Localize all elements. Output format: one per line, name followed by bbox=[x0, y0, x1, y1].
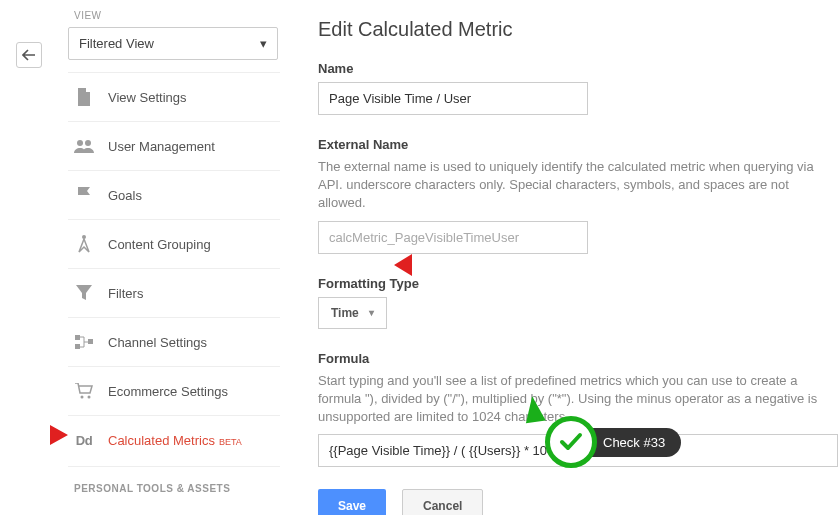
dd-icon: Dd bbox=[74, 430, 94, 450]
svg-point-0 bbox=[77, 140, 83, 146]
sidebar-item-channel-settings[interactable]: Channel Settings bbox=[68, 317, 280, 366]
svg-rect-4 bbox=[75, 344, 80, 349]
flag-icon bbox=[74, 185, 94, 205]
sidebar-item-label: Calculated MetricsBETA bbox=[108, 433, 242, 448]
sidebar-item-content-grouping[interactable]: Content Grouping bbox=[68, 219, 280, 268]
sidebar-item-label: Ecommerce Settings bbox=[108, 384, 228, 399]
sidebar-item-label: Goals bbox=[108, 188, 142, 203]
users-icon bbox=[74, 136, 94, 156]
check-badge: Check #33 bbox=[545, 416, 681, 468]
sidebar-item-user-management[interactable]: User Management bbox=[68, 121, 280, 170]
external-name-label: External Name bbox=[318, 137, 838, 152]
sidebar-item-label: Content Grouping bbox=[108, 237, 211, 252]
flow-icon bbox=[74, 332, 94, 352]
caret-down-icon: ▾ bbox=[260, 36, 267, 51]
document-icon bbox=[74, 87, 94, 107]
caret-down-icon: ▾ bbox=[369, 307, 374, 318]
svg-point-6 bbox=[81, 396, 84, 399]
name-input[interactable] bbox=[318, 82, 588, 115]
formatting-type-value: Time bbox=[331, 306, 359, 320]
svg-rect-3 bbox=[75, 335, 80, 340]
view-section-label: VIEW bbox=[68, 10, 280, 21]
view-dropdown-value: Filtered View bbox=[79, 36, 154, 51]
annotation-arrow bbox=[394, 248, 464, 282]
sidebar-item-view-settings[interactable]: View Settings bbox=[68, 72, 280, 121]
beta-badge: BETA bbox=[219, 437, 242, 447]
sidebar-item-label: Filters bbox=[108, 286, 143, 301]
save-button[interactable]: Save bbox=[318, 489, 386, 515]
cancel-button[interactable]: Cancel bbox=[402, 489, 483, 515]
funnel-icon bbox=[74, 283, 94, 303]
svg-point-7 bbox=[88, 396, 91, 399]
arrow-left-icon bbox=[22, 49, 36, 61]
checkmark-icon bbox=[545, 416, 597, 468]
sidebar-item-label: User Management bbox=[108, 139, 215, 154]
sidebar-item-label: Channel Settings bbox=[108, 335, 207, 350]
page-title: Edit Calculated Metric bbox=[318, 18, 838, 41]
sidebar-item-ecommerce-settings[interactable]: Ecommerce Settings bbox=[68, 366, 280, 415]
formula-label: Formula bbox=[318, 351, 838, 366]
sidebar-item-label: View Settings bbox=[108, 90, 187, 105]
name-label: Name bbox=[318, 61, 838, 76]
compass-icon bbox=[74, 234, 94, 254]
sidebar-item-calculated-metrics[interactable]: Dd Calculated MetricsBETA bbox=[68, 415, 280, 464]
formatting-type-select[interactable]: Time ▾ bbox=[318, 297, 387, 329]
annotation-arrow bbox=[8, 420, 68, 450]
svg-rect-5 bbox=[88, 339, 93, 344]
sidebar-item-filters[interactable]: Filters bbox=[68, 268, 280, 317]
back-button[interactable] bbox=[16, 42, 42, 68]
view-dropdown[interactable]: Filtered View ▾ bbox=[68, 27, 278, 60]
sidebar-item-goals[interactable]: Goals bbox=[68, 170, 280, 219]
badge-pointer-icon bbox=[522, 395, 545, 424]
svg-point-1 bbox=[85, 140, 91, 146]
external-name-help: The external name is used to uniquely id… bbox=[318, 158, 838, 213]
section-personal-tools: PERSONAL TOOLS & ASSETS bbox=[68, 466, 280, 502]
cart-icon bbox=[74, 381, 94, 401]
